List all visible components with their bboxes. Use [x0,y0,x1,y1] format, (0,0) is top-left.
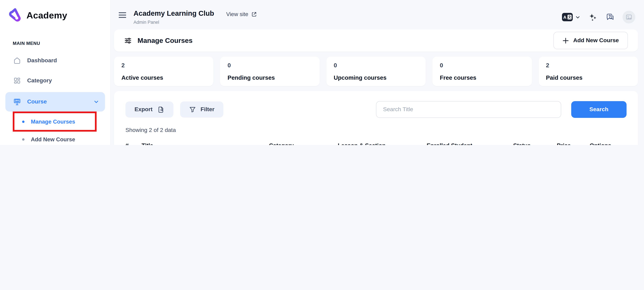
sidebar-item-label: Category [27,77,52,84]
app-window: Academy MAIN MENU Dashboard Category [0,0,644,145]
export-button[interactable]: Export [126,102,174,118]
main-area: Academy Learning Club Admin Panel View s… [111,0,644,145]
search-button[interactable]: Search [571,101,626,118]
sidebar-item-label: Dashboard [27,57,57,64]
view-site-label: View site [226,11,248,17]
help-chat-icon[interactable] [606,12,614,22]
image-placeholder-icon [626,14,632,20]
col-header-category: Category [269,142,338,145]
col-header-status: Status [513,142,557,145]
filter-label: Filter [200,106,214,113]
sidebar-toggle-icon[interactable] [119,12,126,18]
add-new-course-label: Add New Course [573,37,619,44]
brand-name: Academy [26,10,67,21]
topbar-actions: A [562,11,635,23]
site-title: Academy Learning Club [134,9,214,17]
home-icon [13,56,22,65]
stat-label: Active courses [122,74,206,81]
stat-card-upcoming-courses: 0 Upcoming courses [326,57,426,86]
bullet-icon [22,138,24,141]
chevron-down-icon [575,14,580,19]
sidebar-item-label: Add New Course [31,136,75,143]
stat-value: 2 [122,62,206,69]
stat-card-paid-courses: 2 Paid courses [538,57,638,86]
sidebar-item-course[interactable]: Course [5,92,105,112]
sidebar-item-manage-courses[interactable]: Manage Courses [0,113,110,131]
stat-value: 0 [440,62,524,69]
page-title: Manage Courses [138,36,192,44]
col-header-title: Title [142,142,269,145]
sidebar-item-category[interactable]: Category [0,71,110,91]
filter-button[interactable]: Filter [180,102,224,118]
language-selector[interactable]: A [562,13,580,21]
add-new-course-button[interactable]: Add New Course [554,32,628,49]
external-link-icon [251,11,257,17]
search-input[interactable] [376,101,561,118]
topbar: Academy Learning Club Admin Panel View s… [114,0,638,25]
col-header-index: # [126,142,142,145]
sidebar-item-label: Course [27,98,47,105]
course-book-icon [13,97,22,106]
sidebar-section-label: MAIN MENU [13,41,110,46]
stat-card-pending-courses: 0 Pending courses [220,57,320,86]
stat-value: 0 [228,62,312,69]
user-avatar[interactable] [622,11,635,23]
stat-value: 0 [334,62,418,69]
plus-icon [562,37,569,44]
category-grid-icon [13,76,22,85]
stat-label: Pending courses [228,74,312,81]
stats-row: 2 Active courses 0 Pending courses 0 Upc… [114,57,638,86]
stat-label: Upcoming courses [334,74,418,81]
showing-count-top: Showing 2 of 2 data [126,127,626,134]
stat-card-free-courses: 0 Free courses [432,57,532,86]
col-header-lesson-section: Lesson & Section [338,142,427,145]
site-subtitle: Admin Panel [134,20,214,25]
translate-icon: A [562,13,573,21]
sidebar-item-add-new-course[interactable]: Add New Course [0,131,110,145]
brand-logo[interactable]: Academy [0,5,110,25]
view-site-link[interactable]: View site [226,11,257,17]
table-toolbar: Export Filter Search [126,101,626,118]
file-export-icon [157,106,164,113]
sidebar: Academy MAIN MENU Dashboard Category [0,0,111,145]
sidebar-nav: Dashboard Category Course Manage Co [0,51,110,145]
chevron-down-icon [94,99,99,105]
stat-card-active-courses: 2 Active courses [114,57,214,86]
ai-sparkles-icon[interactable] [588,12,598,22]
table-header-row: # Title Category Lesson & Section Enroll… [126,135,626,145]
funnel-icon [189,106,196,113]
export-label: Export [134,106,152,113]
svg-text:A: A [563,15,566,20]
courses-table-card: Export Filter Search Showing 2 of 2 data [114,91,638,145]
sidebar-item-label: Manage Courses [31,119,75,125]
stat-label: Free courses [440,74,524,81]
bullet-icon [22,121,24,123]
stat-value: 2 [546,62,630,69]
academy-logo-icon [8,8,23,23]
page-header-card: Manage Courses Add New Course [114,29,638,52]
col-header-price: Price [557,142,590,145]
sliders-icon [124,37,132,44]
col-header-enrolled-student: Enrolled Student [427,142,513,145]
sidebar-item-dashboard[interactable]: Dashboard [0,51,110,71]
stat-label: Paid courses [546,74,630,81]
col-header-options: Options [590,142,626,145]
